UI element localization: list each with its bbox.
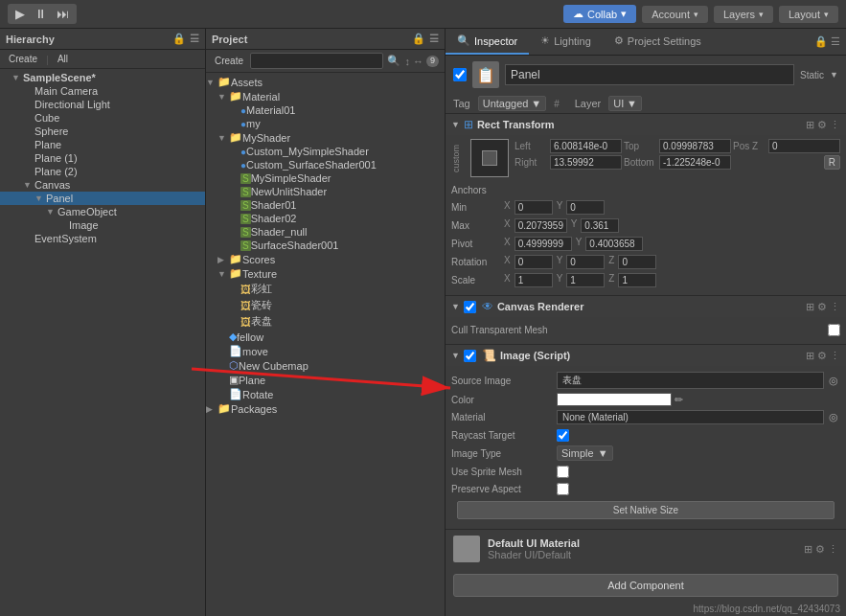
anchors-max-y-input[interactable] xyxy=(581,218,619,233)
use-sprite-checkbox[interactable] xyxy=(557,466,569,478)
project-texture-cizhu[interactable]: ▶ 🖼 瓷砖 xyxy=(206,297,445,313)
source-image-select-button[interactable]: ◎ xyxy=(827,375,840,387)
layer-select[interactable]: UI ▼ xyxy=(608,96,642,111)
anchors-min-x-input[interactable] xyxy=(514,200,553,215)
layout-button[interactable]: Layout ▾ xyxy=(779,6,838,23)
scale-x-input[interactable] xyxy=(514,273,553,287)
project-shader-s3[interactable]: ▶ S Shader01 xyxy=(206,198,445,212)
play-button[interactable]: ▶ xyxy=(11,6,29,22)
hierarchy-item-directional-light[interactable]: ▶ Directional Light xyxy=(0,98,205,111)
canvas-renderer-header[interactable]: ▼ 👁 Canvas Renderer ⊞ ⚙ ⋮ xyxy=(446,296,846,317)
project-shader-custom2[interactable]: ▶ ● Custom_SurfaceShader001 xyxy=(206,158,445,171)
project-shader-s4[interactable]: ▶ S Shader02 xyxy=(206,212,445,225)
rect-diagram[interactable] xyxy=(470,139,509,177)
scale-y-input[interactable] xyxy=(566,273,605,287)
project-shader-s1[interactable]: ▶ S MySimpleShader xyxy=(206,171,445,185)
tag-select[interactable]: Untagged ▼ xyxy=(478,96,546,111)
left-input[interactable] xyxy=(550,139,622,153)
step-button[interactable]: ⏭ xyxy=(53,6,73,22)
anchors-max-x-input[interactable] xyxy=(514,218,567,233)
canvas-renderer-enable-checkbox[interactable] xyxy=(464,301,476,313)
hierarchy-all-button[interactable]: All xyxy=(55,53,71,65)
rt-icon2[interactable]: ⚙ xyxy=(817,119,827,131)
object-name-input[interactable] xyxy=(505,64,794,85)
hierarchy-item-sphere[interactable]: ▶ Sphere xyxy=(0,125,205,138)
anchors-min-y-input[interactable] xyxy=(566,200,605,215)
project-fellow[interactable]: ▶ ◆ fellow xyxy=(206,330,445,344)
hierarchy-item-main-camera[interactable]: ▶ Main Camera xyxy=(0,84,205,98)
project-shader-s5[interactable]: ▶ S Shader_null xyxy=(206,225,445,239)
project-move[interactable]: ▶ 📄 move xyxy=(206,344,445,358)
project-my[interactable]: ▶ ● my xyxy=(206,117,445,130)
top-input[interactable] xyxy=(659,139,731,153)
r-button[interactable]: R xyxy=(824,155,840,170)
is-icon1[interactable]: ⊞ xyxy=(806,350,814,362)
bottom-input[interactable] xyxy=(659,155,731,170)
rect-transform-header[interactable]: ▼ ⊞ Rect Transform ⊞ ⚙ ⋮ xyxy=(446,114,846,135)
mat-icon3[interactable]: ⋮ xyxy=(828,543,838,556)
color-edit-button[interactable]: ✏ xyxy=(675,394,683,406)
project-material01[interactable]: ▶ ● Material01 xyxy=(206,103,445,117)
collab-button[interactable]: ☁ Collab ▾ xyxy=(563,5,636,23)
is-icon2[interactable]: ⚙ xyxy=(817,350,827,362)
project-shader-s2[interactable]: ▶ S NewUnlitShader xyxy=(206,185,445,198)
rot-y-input[interactable] xyxy=(566,255,605,269)
pivot-y-input[interactable] xyxy=(585,237,643,251)
scene-root[interactable]: ▼ SampleScene* xyxy=(0,71,205,84)
rt-icon1[interactable]: ⊞ xyxy=(806,119,814,131)
project-shader-custom1[interactable]: ▶ ● Custom_MySimpleShader xyxy=(206,145,445,158)
project-material-folder[interactable]: ▼ 📁 Material xyxy=(206,89,445,103)
project-myshader-folder[interactable]: ▼ 📁 MyShader xyxy=(206,130,445,145)
pivot-x-input[interactable] xyxy=(514,237,572,251)
mat-icon2[interactable]: ⚙ xyxy=(815,543,825,556)
add-component-button[interactable]: Add Component xyxy=(453,574,838,597)
right-input[interactable] xyxy=(550,155,622,170)
project-cubemap[interactable]: ▶ ⬡ New Cubemap xyxy=(206,358,445,373)
tab-project-settings[interactable]: ⚙ Project Settings xyxy=(603,29,713,55)
color-swatch[interactable] xyxy=(557,393,672,406)
is-icon3[interactable]: ⋮ xyxy=(830,350,840,362)
cr-icon3[interactable]: ⋮ xyxy=(830,301,840,313)
project-shader-s6[interactable]: ▶ S SurfaceShader001 xyxy=(206,239,445,252)
project-scores-folder[interactable]: ▶ 📁 Scores xyxy=(206,252,445,266)
hierarchy-item-plane1[interactable]: ▶ Plane (1) xyxy=(0,151,205,165)
cull-checkbox[interactable] xyxy=(828,324,840,336)
rot-x-input[interactable] xyxy=(514,255,553,269)
image-type-dropdown[interactable]: Simple ▼ xyxy=(557,445,613,461)
hierarchy-item-panel[interactable]: ▼ Panel xyxy=(0,192,205,205)
hierarchy-item-plane2[interactable]: ▶ Plane (2) xyxy=(0,165,205,178)
cr-icon1[interactable]: ⊞ xyxy=(806,301,814,313)
tab-inspector[interactable]: 🔍 Inspector xyxy=(446,29,529,55)
layers-button[interactable]: Layers ▾ xyxy=(714,6,773,23)
project-plane-mesh[interactable]: ▶ ▣ Plane xyxy=(206,373,445,387)
rt-icon3[interactable]: ⋮ xyxy=(830,119,840,131)
object-enable-checkbox[interactable] xyxy=(453,68,467,81)
set-native-size-button[interactable]: Set Native Size xyxy=(457,501,835,519)
project-create-button[interactable]: Create xyxy=(212,55,246,67)
hierarchy-item-eventsystem[interactable]: ▶ EventSystem xyxy=(0,232,205,245)
mat-icon1[interactable]: ⊞ xyxy=(804,543,812,556)
project-texture-folder[interactable]: ▼ 📁 Texture xyxy=(206,266,445,281)
project-texture-biaopan[interactable]: ▶ 🖼 表盘 xyxy=(206,313,445,330)
hierarchy-item-canvas[interactable]: ▼ Canvas xyxy=(0,178,205,192)
raycast-checkbox[interactable] xyxy=(557,429,569,442)
rot-z-input[interactable] xyxy=(618,255,656,269)
image-script-enable-checkbox[interactable] xyxy=(464,350,476,362)
project-packages[interactable]: ▶ 📁 Packages xyxy=(206,401,445,416)
hierarchy-item-gameobject[interactable]: ▼ GameObject xyxy=(0,205,205,218)
cr-icon2[interactable]: ⚙ xyxy=(817,301,827,313)
image-script-header[interactable]: ▼ 📜 Image (Script) ⊞ ⚙ ⋮ xyxy=(446,345,846,366)
project-texture-caihong[interactable]: ▶ 🖼 彩虹 xyxy=(206,281,445,297)
material-select-button[interactable]: ◎ xyxy=(827,411,840,423)
hierarchy-item-cube[interactable]: ▶ Cube xyxy=(0,111,205,125)
project-rotate[interactable]: ▶ 📄 Rotate xyxy=(206,387,445,401)
account-button[interactable]: Account ▾ xyxy=(642,6,708,23)
preserve-aspect-checkbox[interactable] xyxy=(557,483,569,495)
tab-lighting[interactable]: ☀ Lighting xyxy=(529,29,603,55)
hierarchy-item-image[interactable]: ▶ Image xyxy=(0,218,205,232)
project-icon1[interactable]: ↕ xyxy=(404,56,410,67)
project-search-input[interactable] xyxy=(250,53,383,69)
hierarchy-create-button[interactable]: Create xyxy=(6,53,40,65)
project-assets-root[interactable]: ▼ 📁 Assets xyxy=(206,75,445,89)
posz-input[interactable] xyxy=(768,139,840,153)
